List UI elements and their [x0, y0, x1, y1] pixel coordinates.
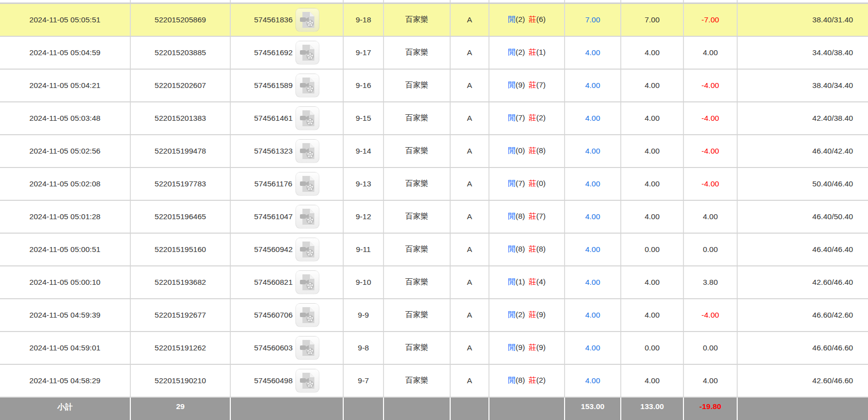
table-row[interactable]: 2024-11-05 04:58:29 522015190210 5745604…	[0, 364, 868, 397]
shoe-round: 9-13	[343, 168, 384, 200]
bet-time: 2024-11-05 05:03:48	[0, 102, 130, 135]
table-code: A	[450, 3, 489, 36]
game-id-cell: 574561047	[230, 200, 343, 233]
table-row[interactable]: 2024-11-05 05:05:51 522015205869 5745618…	[0, 3, 868, 36]
game-round-id: 574561836	[254, 15, 293, 24]
game-id-cell: 574561461	[230, 102, 343, 135]
result-cell: 閒(0)莊(8)	[489, 135, 565, 168]
banker-label: 莊	[529, 277, 537, 286]
banker-label: 莊	[529, 48, 537, 56]
bet-amount: 4.00	[565, 102, 621, 135]
game-id-cell: 574561589	[230, 69, 343, 102]
video-replay-button[interactable]	[295, 172, 319, 196]
bet-id: 522015190210	[130, 364, 230, 397]
video-replay-button[interactable]	[295, 139, 319, 163]
player-label: 閒	[508, 113, 516, 122]
video-replay-button[interactable]	[295, 369, 319, 393]
table-row[interactable]: 2024-11-05 04:59:39 522015192677 5745607…	[0, 299, 868, 332]
bet-id: 522015202607	[130, 69, 230, 102]
player-label: 閒	[508, 81, 516, 89]
player-points: (1)	[516, 277, 525, 286]
video-film-icon	[299, 11, 315, 28]
win-loss: 4.00	[683, 200, 737, 233]
valid-bet: 4.00	[621, 36, 683, 69]
player-label: 閒	[508, 277, 516, 286]
game-round-id: 574560706	[254, 311, 293, 320]
table-code: A	[450, 168, 489, 200]
video-replay-button[interactable]	[295, 106, 319, 130]
result-cell: 閒(7)莊(0)	[489, 168, 565, 200]
table-row[interactable]: 2024-11-05 05:01:28 522015196465 5745610…	[0, 200, 868, 233]
subtotal-row: 小計 29 153.00 133.00 -19.80	[0, 397, 868, 420]
table-code: A	[450, 266, 489, 299]
game-round-id: 574561323	[254, 147, 293, 156]
game-round-id: 574560603	[254, 343, 293, 352]
table-row[interactable]: 2024-11-05 05:03:48 522015201383 5745614…	[0, 102, 868, 135]
player-points: (7)	[516, 179, 525, 187]
result-cell: 閒(2)莊(6)	[489, 3, 565, 36]
table-row[interactable]: 2024-11-05 05:00:10 522015193682 5745608…	[0, 266, 868, 299]
player-label: 閒	[508, 48, 516, 56]
game-type: 百家樂	[384, 102, 450, 135]
banker-label: 莊	[529, 179, 537, 187]
game-round-id: 574561047	[254, 212, 293, 221]
table-row[interactable]: 2024-11-05 05:04:21 522015202607 5745615…	[0, 69, 868, 102]
table-row[interactable]: 2024-11-05 05:02:56 522015199478 5745613…	[0, 135, 868, 168]
game-type: 百家樂	[384, 69, 450, 102]
valid-bet: 4.00	[621, 102, 683, 135]
balance: 42.40/38.40	[737, 102, 868, 135]
subtotal-empty-cell	[230, 397, 343, 420]
game-type: 百家樂	[384, 299, 450, 332]
result-cell: 閒(9)莊(7)	[489, 69, 565, 102]
result-cell: 閒(1)莊(4)	[489, 266, 565, 299]
table-row[interactable]: 2024-11-05 04:59:01 522015191262 5745606…	[0, 332, 868, 364]
bet-time: 2024-11-05 05:01:28	[0, 200, 130, 233]
table-row[interactable]: 2024-11-05 05:02:08 522015197783 5745611…	[0, 168, 868, 200]
subtotal-winloss-total: -19.80	[683, 397, 737, 420]
table-row[interactable]: 2024-11-05 05:04:59 522015203885 5745616…	[0, 36, 868, 69]
bet-time: 2024-11-05 05:04:21	[0, 69, 130, 102]
banker-points: (8)	[536, 146, 546, 155]
banker-label: 莊	[529, 146, 537, 155]
balance: 42.60/46.40	[737, 266, 868, 299]
banker-label: 莊	[529, 113, 537, 122]
subtotal-empty-cell	[450, 397, 489, 420]
video-replay-button[interactable]	[295, 303, 319, 327]
video-film-icon	[299, 339, 315, 356]
game-id-cell: 574560942	[230, 233, 343, 266]
video-replay-button[interactable]	[295, 41, 319, 65]
banker-points: (2)	[536, 113, 546, 122]
valid-bet: 4.00	[621, 168, 683, 200]
subtotal-empty-cell	[737, 397, 868, 420]
banker-points: (7)	[536, 81, 546, 89]
game-type: 百家樂	[384, 200, 450, 233]
video-replay-button[interactable]	[295, 8, 319, 32]
game-round-id: 574560821	[254, 278, 293, 287]
balance: 46.60/46.60	[737, 332, 868, 364]
bet-id: 522015195160	[130, 233, 230, 266]
win-loss: -4.00	[683, 135, 737, 168]
video-replay-button[interactable]	[295, 270, 319, 294]
valid-bet: 4.00	[621, 69, 683, 102]
video-replay-button[interactable]	[295, 336, 319, 360]
balance: 46.60/42.60	[737, 299, 868, 332]
video-replay-button[interactable]	[295, 205, 319, 229]
bet-time: 2024-11-05 05:00:51	[0, 233, 130, 266]
player-label: 閒	[508, 245, 516, 253]
table-row[interactable]: 2024-11-05 05:00:51 522015195160 5745609…	[0, 233, 868, 266]
game-type: 百家樂	[384, 135, 450, 168]
subtotal-empty-cell	[489, 397, 565, 420]
banker-points: (9)	[536, 343, 546, 351]
player-points: (7)	[516, 113, 525, 122]
player-points: (9)	[516, 81, 525, 89]
video-replay-button[interactable]	[295, 238, 319, 261]
game-round-id: 574560942	[254, 245, 293, 254]
bet-id: 522015192677	[130, 299, 230, 332]
result-cell: 閒(8)莊(2)	[489, 364, 565, 397]
game-round-id: 574561176	[254, 179, 292, 188]
bet-amount: 4.00	[565, 332, 621, 364]
balance: 46.40/42.40	[737, 135, 868, 168]
subtotal-label: 小計	[0, 397, 130, 420]
video-film-icon	[299, 110, 315, 127]
video-replay-button[interactable]	[295, 74, 319, 97]
